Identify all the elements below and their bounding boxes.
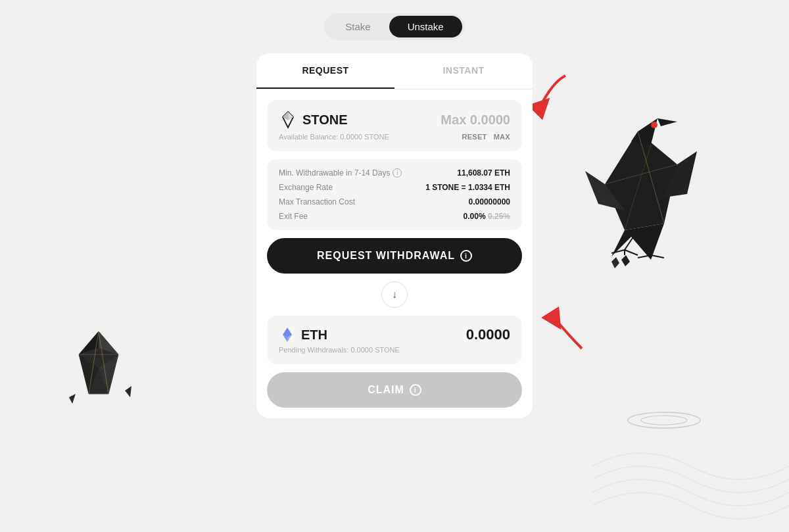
info-box: Min. Withdrawable in 7-14 Days i 11,608.… (267, 159, 522, 230)
min-withdrawable-label: Min. Withdrawable in 7-14 Days i (279, 168, 402, 178)
max-transaction-value: 0.00000000 (469, 197, 510, 206)
card-tabs: REQUEST INSTANT (256, 53, 533, 89)
main-panel: Stake Unstake REQUEST INSTANT (256, 13, 533, 418)
min-withdrawable-value: 11,608.07 ETH (457, 168, 510, 178)
claim-button[interactable]: CLAIM i (267, 372, 522, 408)
exchange-rate-label: Exchange Rate (279, 183, 333, 192)
reset-button[interactable]: RESET (462, 133, 487, 141)
available-balance-text: Available Balance: 0.0000 STONE (279, 133, 389, 141)
stake-unstake-toggle: Stake Unstake (324, 13, 464, 40)
eth-token-label: ETH (279, 326, 327, 343)
main-card: REQUEST INSTANT STONE Max 0.000 (256, 53, 533, 418)
stone-input-box: STONE Max 0.0000 Available Balance: 0.00… (267, 100, 522, 151)
svg-line-28 (651, 255, 664, 258)
stake-button[interactable]: Stake (327, 16, 389, 37)
exit-fee-value: 0.00% 0.25% (464, 212, 510, 221)
min-withdrawable-info-icon[interactable]: i (393, 168, 402, 178)
request-withdrawal-label: REQUEST WITHDRAWAL (317, 250, 455, 262)
stone-name: STONE (302, 112, 348, 128)
exit-fee-strikethrough: 0.25% (488, 212, 510, 221)
max-transaction-label: Max Transaction Cost (279, 197, 355, 206)
claim-info-icon: i (410, 384, 421, 396)
stone-icon (279, 110, 297, 129)
max-transaction-row: Max Transaction Cost 0.00000000 (279, 197, 510, 206)
pending-withdrawals-text: Pending Withdrawals: 0.0000 STONE (279, 346, 510, 354)
svg-marker-30 (611, 257, 619, 268)
svg-marker-10 (125, 386, 132, 397)
min-withdrawable-row: Min. Withdrawable in 7-14 Days i 11,608.… (279, 168, 510, 178)
eth-output-row: ETH 0.0000 (279, 326, 510, 343)
svg-marker-16 (658, 118, 677, 126)
input-actions: RESET MAX (462, 133, 510, 141)
bird-decoration (565, 92, 710, 276)
withdrawal-info-icon: i (460, 250, 472, 262)
down-arrow-circle: ↓ (381, 281, 408, 308)
exchange-rate-row: Exchange Rate 1 STONE = 1.0334 ETH (279, 183, 510, 192)
svg-marker-11 (69, 394, 76, 404)
eth-icon (279, 326, 296, 343)
svg-line-23 (611, 250, 625, 253)
tab-request[interactable]: REQUEST (256, 53, 394, 89)
svg-point-17 (651, 122, 658, 128)
waves-decoration (592, 400, 789, 532)
red-arrow-2 (529, 296, 588, 355)
stone-max-value: Max 0.0000 (441, 112, 510, 128)
card-body: STONE Max 0.0000 Available Balance: 0.00… (256, 89, 533, 418)
max-button[interactable]: MAX (494, 133, 510, 141)
eth-output-box: ETH 0.0000 Pending Withdrawals: 0.0000 S… (267, 316, 522, 364)
down-arrow-icon: ↓ (392, 289, 397, 301)
crystal-decoration (53, 328, 145, 414)
eth-output-value: 0.0000 (466, 326, 510, 343)
exit-fee-row: Exit Fee 0.00% 0.25% (279, 212, 510, 221)
svg-marker-18 (611, 224, 664, 260)
tab-instant[interactable]: INSTANT (394, 53, 533, 89)
svg-marker-12 (605, 132, 677, 230)
claim-label: CLAIM (368, 384, 404, 396)
unstake-button[interactable]: Unstake (389, 16, 462, 37)
eth-name: ETH (301, 327, 327, 343)
request-withdrawal-button[interactable]: REQUEST WITHDRAWAL i (267, 238, 522, 274)
svg-marker-29 (621, 255, 630, 266)
exchange-rate-value: 1 STONE = 1.0334 ETH (425, 183, 510, 192)
svg-line-25 (625, 250, 638, 255)
exit-fee-label: Exit Fee (279, 212, 308, 221)
stone-token-label: STONE (279, 110, 348, 129)
